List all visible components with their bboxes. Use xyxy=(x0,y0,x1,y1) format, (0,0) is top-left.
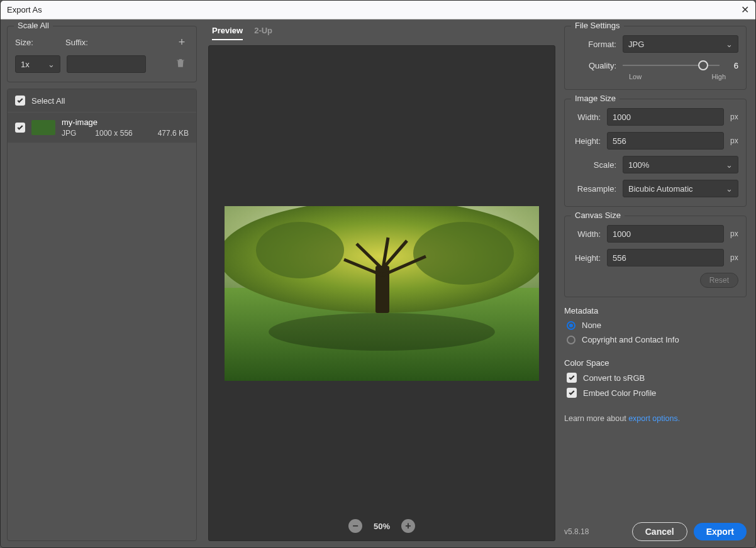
svg-point-3 xyxy=(256,222,344,278)
close-icon[interactable]: ✕ xyxy=(741,4,749,16)
color-space-title: Color Space xyxy=(564,358,747,368)
color-space-section: Color Space Convert to sRGB Embed Color … xyxy=(564,358,747,403)
zoom-in-button[interactable]: + xyxy=(401,519,415,533)
quality-slider[interactable] xyxy=(623,59,720,72)
metadata-none-radio[interactable] xyxy=(567,321,575,330)
px-unit: px xyxy=(730,253,738,262)
size-value: 1x xyxy=(21,60,30,69)
scale-all-group: Scale All Size: Suffix: + 1x ⌄ xyxy=(7,26,197,82)
asset-name: my-image xyxy=(62,118,189,127)
chevron-down-icon: ⌄ xyxy=(48,60,55,69)
canvas-size-legend: Canvas Size xyxy=(571,211,625,220)
asset-filesize: 477.6 KB xyxy=(158,129,189,138)
select-all-row: Select All xyxy=(8,89,196,112)
resample-select[interactable]: Bicubic Automatic ⌄ xyxy=(623,180,738,197)
right-panel: File Settings Format: JPG ⌄ Quality: 6 xyxy=(560,19,755,547)
size-label: Size: xyxy=(15,38,59,47)
quality-low-label: Low xyxy=(629,73,642,80)
image-size-legend: Image Size xyxy=(571,94,620,103)
slider-thumb[interactable] xyxy=(698,60,708,70)
quality-label: Quality: xyxy=(572,61,616,70)
px-unit: px xyxy=(730,136,738,145)
trash-icon[interactable] xyxy=(175,57,189,71)
preview-image xyxy=(225,206,539,381)
chevron-down-icon: ⌄ xyxy=(726,40,733,49)
quality-value: 6 xyxy=(726,61,738,70)
canvas-size-group: Canvas Size Width: px Height: px Reset xyxy=(564,216,747,297)
resample-label: Resample: xyxy=(572,184,616,194)
srgb-label: Convert to sRGB xyxy=(583,373,645,383)
metadata-title: Metadata xyxy=(564,306,747,315)
tab-2up[interactable]: 2-Up xyxy=(254,26,272,40)
file-settings-legend: File Settings xyxy=(571,21,624,30)
export-options-link[interactable]: export options. xyxy=(628,414,680,423)
zoom-level: 50% xyxy=(374,522,390,531)
px-unit: px xyxy=(730,112,738,121)
asset-thumbnail xyxy=(31,120,55,135)
asset-checkbox[interactable] xyxy=(15,123,25,133)
format-select[interactable]: JPG ⌄ xyxy=(623,35,738,53)
canvas-width-label: Width: xyxy=(572,229,601,239)
zoom-controls: − 50% + xyxy=(348,519,415,533)
select-all-label: Select All xyxy=(31,96,65,106)
svg-point-6 xyxy=(269,313,495,351)
scale-all-legend: Scale All xyxy=(14,21,53,30)
canvas-width-input[interactable] xyxy=(607,225,724,243)
select-all-checkbox[interactable] xyxy=(15,96,25,106)
embed-profile-checkbox[interactable] xyxy=(567,388,577,398)
asset-item[interactable]: my-image JPG 1000 x 556 477.6 KB xyxy=(8,112,196,143)
suffix-input[interactable] xyxy=(67,55,146,73)
version-label: v5.8.18 xyxy=(564,527,589,536)
export-button[interactable]: Export xyxy=(694,523,747,540)
chevron-down-icon: ⌄ xyxy=(726,160,733,170)
asset-panel: Select All my-image JPG 1000 x 556 477.6… xyxy=(7,89,197,541)
preview-canvas: − 50% + xyxy=(208,45,555,541)
chevron-down-icon: ⌄ xyxy=(726,184,733,194)
reset-button[interactable]: Reset xyxy=(700,273,738,288)
format-label: Format: xyxy=(572,40,616,49)
dialog-footer: v5.8.18 Cancel Export xyxy=(564,513,747,541)
asset-dimensions: 1000 x 556 xyxy=(95,129,132,138)
px-unit: px xyxy=(730,229,738,238)
cancel-button[interactable]: Cancel xyxy=(632,522,687,541)
scale-select[interactable]: 100% ⌄ xyxy=(623,156,738,173)
canvas-height-input[interactable] xyxy=(607,249,724,266)
metadata-section: Metadata None Copyright and Contact Info xyxy=(564,306,747,349)
asset-format: JPG xyxy=(62,129,76,138)
add-scale-button[interactable]: + xyxy=(175,35,189,49)
scale-label: Scale: xyxy=(572,160,616,170)
metadata-contact-label: Copyright and Contact Info xyxy=(582,335,679,344)
tab-preview[interactable]: Preview xyxy=(212,26,243,40)
image-size-group: Image Size Width: px Height: px Scale: 1… xyxy=(564,99,747,207)
svg-point-4 xyxy=(413,222,514,285)
suffix-label: Suffix: xyxy=(65,38,169,47)
zoom-out-button[interactable]: − xyxy=(348,519,362,533)
titlebar: Export As ✕ xyxy=(1,1,755,19)
image-width-input[interactable] xyxy=(607,108,724,126)
size-select[interactable]: 1x ⌄ xyxy=(15,55,60,73)
file-settings-group: File Settings Format: JPG ⌄ Quality: 6 xyxy=(564,26,747,90)
center-panel: Preview 2-Up xyxy=(203,19,560,547)
export-as-dialog: Export As ✕ Scale All Size: Suffix: + 1x… xyxy=(0,0,756,548)
window-title: Export As xyxy=(7,5,42,14)
metadata-contact-radio[interactable] xyxy=(567,336,575,344)
height-label: Height: xyxy=(572,136,601,146)
preview-tabs: Preview 2-Up xyxy=(203,26,560,45)
learn-more: Learn more about export options. xyxy=(564,414,747,423)
left-panel: Scale All Size: Suffix: + 1x ⌄ xyxy=(1,19,203,547)
canvas-height-label: Height: xyxy=(572,253,601,263)
embed-profile-label: Embed Color Profile xyxy=(583,388,656,398)
quality-high-label: High xyxy=(711,73,726,80)
srgb-checkbox[interactable] xyxy=(567,373,577,383)
width-label: Width: xyxy=(572,112,601,122)
image-height-input[interactable] xyxy=(607,132,724,150)
metadata-none-label: None xyxy=(582,321,601,330)
